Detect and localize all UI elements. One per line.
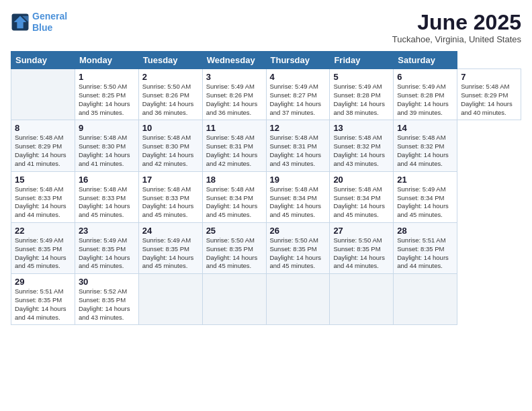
day-info: Sunrise: 5:48 AMSunset: 8:30 PMDaylight:… <box>79 134 135 168</box>
day-number: 19 <box>270 175 326 185</box>
day-info: Sunrise: 5:48 AMSunset: 8:34 PMDaylight:… <box>333 185 390 220</box>
day-number: 11 <box>206 123 263 133</box>
day-number: 18 <box>206 175 263 185</box>
calendar-cell: 15Sunrise: 5:48 AMSunset: 8:33 PMDayligh… <box>11 171 75 222</box>
day-number: 21 <box>397 175 453 185</box>
calendar-cell: 13Sunrise: 5:48 AMSunset: 8:32 PMDayligh… <box>330 120 394 171</box>
calendar-cell: 28Sunrise: 5:51 AMSunset: 8:35 PMDayligh… <box>394 222 457 273</box>
day-info: Sunrise: 5:51 AMSunset: 8:35 PMDaylight:… <box>15 287 71 322</box>
title-block: June 2025 Tuckahoe, Virginia, United Sta… <box>392 11 521 44</box>
calendar-cell: 2Sunrise: 5:50 AMSunset: 8:26 PMDaylight… <box>138 69 202 120</box>
day-number: 15 <box>15 175 71 185</box>
calendar-cell: 23Sunrise: 5:49 AMSunset: 8:35 PMDayligh… <box>75 222 138 273</box>
calendar-cell: 10Sunrise: 5:48 AMSunset: 8:30 PMDayligh… <box>138 120 202 171</box>
day-number: 6 <box>397 72 453 82</box>
logo-icon <box>11 13 30 32</box>
calendar-cell: 18Sunrise: 5:48 AMSunset: 8:34 PMDayligh… <box>202 171 266 222</box>
calendar-cell: 22Sunrise: 5:49 AMSunset: 8:35 PMDayligh… <box>11 222 75 273</box>
day-number: 7 <box>461 72 517 82</box>
day-number: 29 <box>15 277 71 287</box>
day-number: 1 <box>79 72 135 82</box>
page: General Blue June 2025 Tuckahoe, Virgini… <box>0 0 532 411</box>
day-info: Sunrise: 5:48 AMSunset: 8:33 PMDaylight:… <box>15 185 71 220</box>
calendar-cell: 6Sunrise: 5:49 AMSunset: 8:28 PMDaylight… <box>394 69 457 120</box>
day-number: 4 <box>270 72 326 82</box>
day-number: 30 <box>79 277 135 287</box>
day-info: Sunrise: 5:50 AMSunset: 8:26 PMDaylight:… <box>142 83 199 117</box>
day-info: Sunrise: 5:49 AMSunset: 8:26 PMDaylight:… <box>206 83 263 117</box>
day-number: 26 <box>270 226 326 236</box>
calendar-cell: 17Sunrise: 5:48 AMSunset: 8:33 PMDayligh… <box>138 171 202 222</box>
day-info: Sunrise: 5:49 AMSunset: 8:35 PMDaylight:… <box>15 236 71 271</box>
calendar-cell: 27Sunrise: 5:50 AMSunset: 8:35 PMDayligh… <box>330 222 394 273</box>
calendar-cell: 24Sunrise: 5:49 AMSunset: 8:35 PMDayligh… <box>138 222 202 273</box>
day-number: 14 <box>397 123 453 133</box>
day-number: 2 <box>142 72 199 82</box>
day-info: Sunrise: 5:48 AMSunset: 8:29 PMDaylight:… <box>461 83 517 117</box>
day-info: Sunrise: 5:48 AMSunset: 8:32 PMDaylight:… <box>397 134 453 168</box>
day-number: 28 <box>397 226 453 236</box>
day-info: Sunrise: 5:48 AMSunset: 8:34 PMDaylight:… <box>206 185 263 220</box>
col-header-friday: Friday <box>330 52 394 69</box>
day-number: 10 <box>142 123 199 133</box>
day-info: Sunrise: 5:49 AMSunset: 8:35 PMDaylight:… <box>142 236 199 271</box>
day-info: Sunrise: 5:50 AMSunset: 8:25 PMDaylight:… <box>79 83 135 117</box>
day-number: 3 <box>206 72 263 82</box>
day-number: 20 <box>333 175 390 185</box>
day-number: 27 <box>333 226 390 236</box>
calendar-cell <box>330 274 394 325</box>
day-info: Sunrise: 5:48 AMSunset: 8:29 PMDaylight:… <box>15 134 71 168</box>
calendar-cell: 25Sunrise: 5:50 AMSunset: 8:35 PMDayligh… <box>202 222 266 273</box>
day-info: Sunrise: 5:50 AMSunset: 8:35 PMDaylight:… <box>206 236 263 271</box>
col-header-thursday: Thursday <box>266 52 330 69</box>
day-info: Sunrise: 5:48 AMSunset: 8:33 PMDaylight:… <box>142 185 199 220</box>
calendar-cell <box>394 274 457 325</box>
logo-text: General Blue <box>32 11 67 34</box>
day-number: 13 <box>333 123 390 133</box>
day-info: Sunrise: 5:49 AMSunset: 8:27 PMDaylight:… <box>270 83 326 117</box>
day-info: Sunrise: 5:50 AMSunset: 8:35 PMDaylight:… <box>270 236 326 271</box>
header: General Blue June 2025 Tuckahoe, Virgini… <box>11 11 521 44</box>
day-info: Sunrise: 5:49 AMSunset: 8:34 PMDaylight:… <box>397 185 453 220</box>
col-header-tuesday: Tuesday <box>138 52 202 69</box>
day-info: Sunrise: 5:52 AMSunset: 8:35 PMDaylight:… <box>79 287 135 322</box>
calendar-cell: 5Sunrise: 5:49 AMSunset: 8:28 PMDaylight… <box>330 69 394 120</box>
day-info: Sunrise: 5:49 AMSunset: 8:28 PMDaylight:… <box>333 83 390 117</box>
calendar-cell: 30Sunrise: 5:52 AMSunset: 8:35 PMDayligh… <box>75 274 138 325</box>
calendar-cell <box>11 69 75 120</box>
col-header-monday: Monday <box>75 52 138 69</box>
main-title: June 2025 <box>392 11 521 34</box>
calendar-cell: 16Sunrise: 5:48 AMSunset: 8:33 PMDayligh… <box>75 171 138 222</box>
subtitle: Tuckahoe, Virginia, United States <box>392 34 521 44</box>
day-info: Sunrise: 5:51 AMSunset: 8:35 PMDaylight:… <box>397 236 453 271</box>
calendar-cell <box>138 274 202 325</box>
calendar-cell: 21Sunrise: 5:49 AMSunset: 8:34 PMDayligh… <box>394 171 457 222</box>
calendar-cell: 8Sunrise: 5:48 AMSunset: 8:29 PMDaylight… <box>11 120 75 171</box>
calendar-cell <box>202 274 266 325</box>
calendar-cell: 9Sunrise: 5:48 AMSunset: 8:30 PMDaylight… <box>75 120 138 171</box>
day-number: 22 <box>15 226 71 236</box>
day-number: 12 <box>270 123 326 133</box>
day-info: Sunrise: 5:48 AMSunset: 8:32 PMDaylight:… <box>333 134 390 168</box>
day-number: 17 <box>142 175 199 185</box>
calendar-cell: 1Sunrise: 5:50 AMSunset: 8:25 PMDaylight… <box>75 69 138 120</box>
logo: General Blue <box>11 11 67 34</box>
day-number: 16 <box>79 175 135 185</box>
calendar-cell: 29Sunrise: 5:51 AMSunset: 8:35 PMDayligh… <box>11 274 75 325</box>
day-number: 25 <box>206 226 263 236</box>
col-header-wednesday: Wednesday <box>202 52 266 69</box>
calendar-cell: 7Sunrise: 5:48 AMSunset: 8:29 PMDaylight… <box>457 69 521 120</box>
day-info: Sunrise: 5:49 AMSunset: 8:28 PMDaylight:… <box>397 83 453 117</box>
calendar-cell <box>266 274 330 325</box>
calendar-cell: 26Sunrise: 5:50 AMSunset: 8:35 PMDayligh… <box>266 222 330 273</box>
calendar-table: SundayMondayTuesdayWednesdayThursdayFrid… <box>11 51 521 325</box>
col-header-saturday: Saturday <box>394 52 457 69</box>
calendar-cell: 19Sunrise: 5:48 AMSunset: 8:34 PMDayligh… <box>266 171 330 222</box>
day-info: Sunrise: 5:49 AMSunset: 8:35 PMDaylight:… <box>79 236 135 271</box>
day-info: Sunrise: 5:48 AMSunset: 8:33 PMDaylight:… <box>79 185 135 220</box>
calendar-cell: 20Sunrise: 5:48 AMSunset: 8:34 PMDayligh… <box>330 171 394 222</box>
day-info: Sunrise: 5:50 AMSunset: 8:35 PMDaylight:… <box>333 236 390 271</box>
calendar-cell: 11Sunrise: 5:48 AMSunset: 8:31 PMDayligh… <box>202 120 266 171</box>
calendar-cell: 3Sunrise: 5:49 AMSunset: 8:26 PMDaylight… <box>202 69 266 120</box>
col-header-sunday: Sunday <box>11 52 75 69</box>
